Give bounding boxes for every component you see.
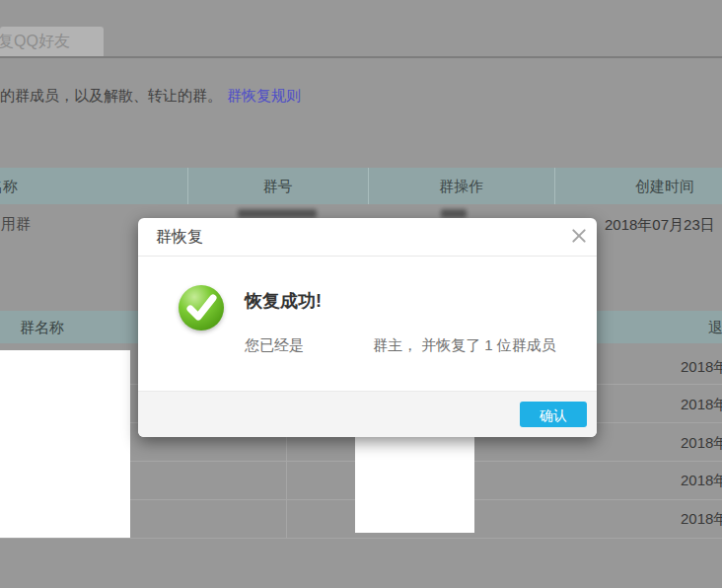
message-suffix: 群主， 并恢复了 1 位群成员 <box>373 336 556 355</box>
redaction-overlay-group-names <box>0 350 130 538</box>
result-title: 恢复成功! <box>245 289 322 313</box>
dialog-header: 群恢复 <box>138 218 597 257</box>
col-group-name: 群名称 <box>0 178 18 196</box>
success-check-icon <box>178 284 225 331</box>
group-table-header: 群名称 群号 群操作 创建时间 <box>0 168 722 204</box>
group-row-created-time: 2018年07月23日 <box>605 216 715 235</box>
message-prefix: 您已经是 <box>245 336 304 355</box>
tabstrip-divider <box>0 56 722 58</box>
dialog-footer: 确认 <box>138 391 597 437</box>
dialog-body: 恢复成功! 您已经是 群主， 并恢复了 1 位群成员 <box>138 257 597 392</box>
recovery-rules-link[interactable]: 群恢复规则 <box>227 87 301 104</box>
col-group-action: 群操作 <box>368 178 554 196</box>
blurred-group-number <box>238 209 317 218</box>
col-created-time: 创建时间 <box>554 178 722 196</box>
recovery-description: 的群成员，以及解散、转让的群。群恢复规则 <box>0 87 301 106</box>
group-recovery-dialog: 群恢复 恢复成功! 您已经是 群主， <box>138 218 597 437</box>
close-icon[interactable] <box>566 223 592 249</box>
page-background: 恢复QQ好友 的群成员，以及解散、转让的群。群恢复规则 群名称 群号 群操作 创… <box>0 0 722 588</box>
tab-label: 恢复QQ好友 <box>0 32 70 52</box>
col-quit-time: 退出时间 <box>708 319 722 337</box>
result-message: 您已经是 群主， 并恢复了 1 位群成员 <box>245 336 556 355</box>
column-divider <box>187 168 188 204</box>
censored-group-name <box>304 336 373 352</box>
description-text: 的群成员，以及解散、转让的群。 <box>0 87 222 104</box>
quit-time-cell: 2018年 <box>681 434 722 453</box>
quit-time-cell: 2018年 <box>681 472 722 490</box>
blurred-group-action <box>441 209 467 218</box>
tab-restore-qq-friends[interactable]: 恢复QQ好友 <box>0 27 104 56</box>
quit-time-cell: 2018年 <box>681 510 722 529</box>
confirm-button[interactable]: 确认 <box>520 402 587 427</box>
row-divider <box>0 538 722 539</box>
col-group-name: 群名称 <box>20 319 64 337</box>
dialog-title: 群恢复 <box>156 218 203 256</box>
column-divider <box>554 168 555 204</box>
group-row-name: 用群 <box>1 215 31 234</box>
redaction-overlay-middle <box>355 437 474 533</box>
quit-time-cell: 2018年 <box>681 358 722 377</box>
col-group-number: 群号 <box>187 178 368 196</box>
quit-time-cell: 2018年 <box>681 396 722 414</box>
column-divider <box>368 168 369 204</box>
